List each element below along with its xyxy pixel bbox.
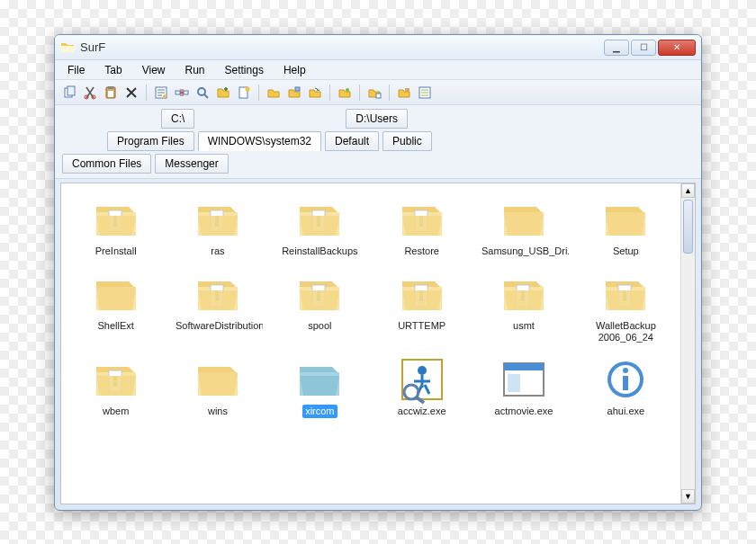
path-tab[interactable]: C:\ [161, 109, 194, 129]
minimize-button[interactable]: ▁ [604, 40, 629, 56]
item-label: PreInstall [93, 245, 140, 258]
scroll-down-icon[interactable]: ▼ [681, 489, 695, 504]
folder-icon [294, 354, 345, 405]
folder-icon [499, 269, 549, 319]
item-label: WalletBackup 2006_06_24 13_39 [580, 319, 670, 343]
file-item[interactable]: actmovie.exe [472, 351, 574, 422]
svg-point-13 [246, 86, 250, 91]
cut-button[interactable] [81, 84, 99, 102]
folder-item[interactable]: xircom [269, 351, 371, 422]
paste-button[interactable] [102, 84, 120, 102]
properties-icon [154, 85, 168, 100]
folder-item[interactable]: URTTEMP [371, 265, 472, 346]
new-folder-button[interactable] [214, 84, 232, 102]
folder-item[interactable]: WalletBackup 2006_06_24 13_39 [575, 265, 677, 346]
folder-item[interactable]: ReinstallBackups [269, 191, 371, 262]
window-title: SurF [80, 40, 604, 54]
menu-run[interactable]: Run [176, 62, 214, 78]
folder-item[interactable]: spool [269, 265, 371, 346]
file-item[interactable]: accwiz.exe [371, 351, 472, 422]
new-folder-icon [216, 85, 230, 100]
folder-item[interactable]: usmt [472, 265, 574, 346]
path-tab[interactable]: Default [325, 131, 379, 151]
folder-item[interactable]: PreInstall [65, 191, 166, 262]
menu-tab[interactable]: Tab [95, 62, 130, 78]
menubar: File Tab View Run Settings Help [55, 60, 701, 80]
folder-item[interactable]: Samsung_USB_Dri... [472, 191, 574, 262]
item-label: SoftwareDistribution [173, 319, 263, 333]
maximize-button[interactable]: ☐ [631, 40, 656, 56]
svg-point-40 [418, 366, 427, 375]
svg-point-11 [198, 88, 205, 95]
folder-icon [499, 194, 549, 245]
favorites-icon [397, 85, 411, 100]
file-area: PreInstallrasReinstallBackupsRestoreSams… [60, 183, 696, 504]
path-tab[interactable]: D:\Users [346, 109, 408, 129]
rename-button[interactable] [173, 84, 191, 102]
folder-up-button[interactable] [265, 84, 283, 102]
app-window: SurF ▁ ☐ ✕ File Tab View Run Settings He… [54, 34, 702, 511]
svg-point-47 [623, 368, 628, 373]
app-info-icon [600, 354, 651, 405]
item-label: Samsung_USB_Dri... [479, 245, 569, 258]
item-label: accwiz.exe [395, 405, 449, 418]
path-tab[interactable]: WINDOWS\system32 [198, 131, 321, 151]
folder-icon [397, 269, 447, 319]
svg-rect-16 [376, 94, 381, 98]
delete-button[interactable] [122, 84, 140, 102]
titlebar[interactable]: SurF ▁ ☐ ✕ [55, 35, 701, 60]
path-tab[interactable]: Public [382, 131, 432, 151]
folder-item[interactable]: ShellExt [65, 265, 166, 346]
file-item[interactable]: ahui.exe [575, 351, 677, 422]
toolbar-separator [329, 85, 330, 101]
folder-item[interactable]: wbem [65, 351, 166, 422]
folder-tree-button[interactable] [285, 84, 303, 102]
cut-icon [83, 85, 97, 100]
svg-rect-10 [184, 91, 188, 94]
item-label: Restore [401, 245, 442, 258]
menu-view[interactable]: View [133, 62, 175, 78]
folder-sync-button[interactable] [306, 84, 324, 102]
file-grid: PreInstallrasReinstallBackupsRestoreSams… [61, 183, 680, 504]
folder-item[interactable]: wins [166, 351, 268, 422]
properties-button[interactable] [152, 84, 170, 102]
tabs-area: C:\D:\Users Program FilesWINDOWS\system3… [55, 105, 701, 179]
toolbar-separator [359, 85, 360, 101]
search-icon [195, 85, 210, 100]
item-label: ras [208, 245, 227, 258]
close-button[interactable]: ✕ [658, 40, 696, 56]
favorites-button[interactable] [395, 84, 413, 102]
new-file-button[interactable] [235, 84, 253, 102]
path-tab[interactable]: Messenger [155, 154, 228, 174]
folder-item[interactable]: Restore [371, 191, 472, 262]
item-label: URTTEMP [395, 319, 448, 333]
show-hidden-button[interactable] [416, 84, 434, 102]
svg-rect-43 [504, 363, 544, 370]
path-tab[interactable]: Program Files [107, 131, 194, 151]
toolbar-separator [389, 85, 390, 101]
path-tab[interactable]: Common Files [62, 154, 151, 174]
folder-item[interactable]: ras [166, 191, 268, 262]
toolbar-separator [146, 85, 147, 101]
view-mode-icon [367, 85, 382, 100]
folder-item[interactable]: SoftwareDistribution [166, 265, 268, 346]
scroll-up-icon[interactable]: ▲ [681, 183, 695, 198]
svg-rect-5 [108, 86, 113, 89]
refresh-button[interactable] [336, 84, 354, 102]
menu-file[interactable]: File [58, 62, 94, 78]
svg-rect-9 [176, 91, 180, 94]
scroll-thumb[interactable] [683, 200, 693, 254]
svg-rect-48 [623, 376, 628, 390]
app-window-icon [499, 354, 549, 405]
copy-button[interactable] [60, 84, 78, 102]
scrollbar[interactable]: ▲ ▼ [680, 183, 695, 504]
menu-settings[interactable]: Settings [216, 62, 273, 78]
item-label: Setup [610, 245, 642, 258]
folder-item[interactable]: Setup [575, 191, 677, 262]
folder-icon [91, 269, 141, 319]
menu-help[interactable]: Help [274, 62, 315, 78]
svg-rect-6 [108, 91, 113, 97]
view-mode-button[interactable] [365, 84, 383, 102]
search-button[interactable] [194, 84, 212, 102]
svg-rect-1 [68, 86, 75, 95]
